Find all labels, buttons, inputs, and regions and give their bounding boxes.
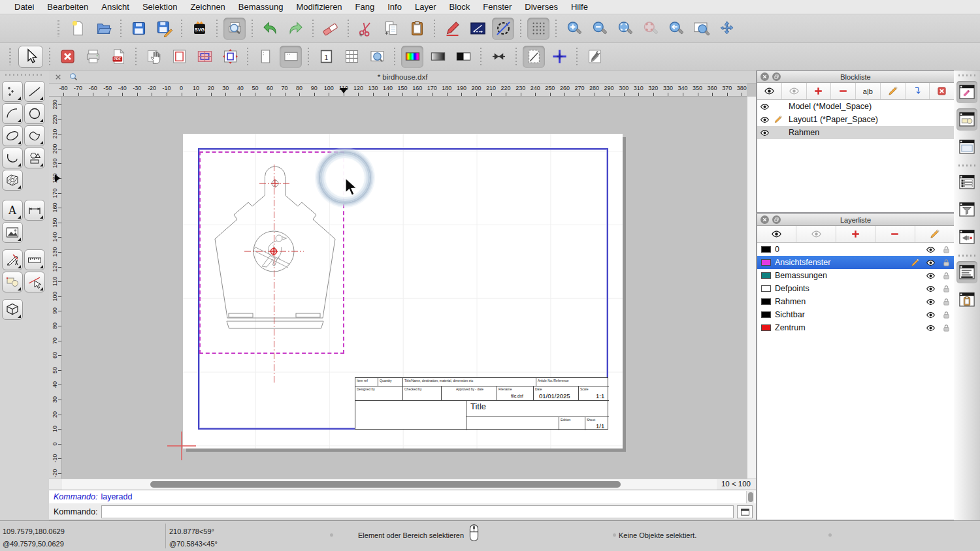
multi-page-grid-button[interactable] (340, 46, 363, 68)
dimension-tool-button[interactable] (24, 200, 45, 221)
history-scrollbar[interactable] (746, 491, 754, 503)
block-tool-button[interactable] (2, 272, 23, 292)
undo-button[interactable] (259, 18, 281, 40)
layer-row[interactable]: Zentrum (757, 321, 954, 334)
shape-tool-button[interactable] (24, 148, 45, 168)
edit-block-button[interactable] (881, 83, 906, 99)
select-tool-button[interactable] (24, 272, 45, 292)
measure-tool-button[interactable] (24, 249, 45, 270)
layer-row[interactable]: Sichtbar (757, 308, 954, 321)
rename-block-button[interactable]: a|b (856, 83, 881, 99)
layer-row[interactable]: Rahmen (757, 295, 954, 308)
block-row[interactable]: Layout1 (*Paper_Space) (757, 113, 954, 126)
block-row[interactable]: Model (*Model_Space) (757, 100, 954, 113)
arc-tool-button[interactable] (2, 103, 23, 124)
landscape-page-button[interactable] (280, 46, 302, 68)
layer-lock[interactable] (938, 258, 954, 268)
single-page-button[interactable]: 1 (315, 46, 337, 68)
menu-zeichnen[interactable]: Zeichnen (184, 0, 231, 14)
layer-lock[interactable] (938, 284, 954, 294)
spline-tool-button[interactable] (24, 125, 45, 146)
layer-row[interactable]: Defpoints (757, 282, 954, 295)
edit-layer-button[interactable] (915, 226, 954, 242)
hide-all-layers-button[interactable] (796, 226, 836, 242)
print-area-button[interactable] (193, 46, 216, 68)
print-preview-button[interactable] (223, 18, 246, 40)
fit-viewport-button[interactable] (219, 46, 241, 68)
crosshair-button[interactable] (548, 46, 570, 68)
scrollbar-thumb[interactable] (150, 481, 621, 488)
select-pointer-button[interactable] (18, 46, 43, 68)
layer-visibility[interactable] (923, 297, 938, 307)
lineweight-button[interactable] (487, 46, 510, 68)
layer-visibility[interactable] (923, 258, 938, 268)
menu-layer[interactable]: Layer (408, 0, 443, 14)
zoom-out-button[interactable] (588, 18, 610, 40)
portrait-page-button[interactable] (254, 46, 276, 68)
draft-mode-button[interactable] (523, 46, 545, 68)
command-line-panel-button[interactable] (956, 261, 977, 283)
menu-ansicht[interactable]: Ansicht (95, 0, 136, 14)
add-layer-button[interactable] (836, 226, 875, 242)
print-button[interactable] (82, 46, 104, 68)
menu-hilfe[interactable]: Hilfe (564, 0, 595, 14)
point-tool-button[interactable] (2, 81, 23, 102)
zoom-previous-button[interactable] (664, 18, 687, 40)
layer-lock[interactable] (938, 297, 954, 307)
new-file-button[interactable] (67, 18, 89, 40)
image-tool-button[interactable] (2, 222, 23, 243)
zoom-auto-button[interactable] (613, 18, 636, 40)
library-browser-panel-button[interactable] (956, 108, 977, 131)
layer-visibility[interactable] (923, 271, 938, 281)
page-borders-button[interactable] (168, 46, 190, 68)
layer-edit[interactable] (907, 258, 923, 268)
modify-tool-button[interactable] (2, 249, 23, 270)
layer-lock[interactable] (938, 271, 954, 281)
open-file-button[interactable] (92, 18, 114, 40)
filter-panel-button[interactable] (956, 198, 977, 221)
copy-button[interactable] (380, 18, 402, 40)
purge-block-button[interactable] (930, 83, 954, 99)
close-document-button[interactable] (56, 46, 78, 68)
pdf-export-button[interactable]: PDF (107, 46, 129, 68)
pan-zoom-button[interactable] (715, 18, 738, 40)
ellipse-tool-button[interactable] (2, 125, 23, 146)
polyline-tool-button[interactable] (2, 148, 23, 168)
preview-panel-button[interactable] (956, 136, 977, 158)
zoom-selection-button[interactable] (639, 18, 661, 40)
layer-row[interactable]: 0 (757, 243, 954, 256)
command-input[interactable] (101, 505, 734, 518)
add-block-button[interactable] (807, 83, 832, 99)
clipboard-panel-button[interactable] (956, 289, 977, 311)
circle-tool-button[interactable] (24, 103, 45, 124)
property-editor-panel-button[interactable] (956, 81, 977, 103)
line-tool-button[interactable] (24, 81, 45, 102)
menu-datei[interactable]: Datei (8, 0, 41, 14)
angle-reference-button[interactable] (466, 18, 489, 40)
layer-visibility[interactable] (923, 310, 938, 320)
hide-all-blocks-button[interactable] (782, 83, 807, 99)
layer-visibility[interactable] (923, 284, 938, 294)
menu-info[interactable]: Info (381, 0, 408, 14)
zoom-page-button[interactable] (366, 46, 388, 68)
menu-fenster[interactable]: Fenster (476, 0, 518, 14)
menu-modifizieren[interactable]: Modifizieren (290, 0, 349, 14)
redo-button[interactable] (284, 18, 306, 40)
layer-row[interactable]: Bemassungen (757, 269, 954, 282)
restrict-off-button[interactable] (492, 18, 514, 40)
black-white-button[interactable] (452, 46, 474, 68)
command-window-button[interactable] (737, 505, 753, 518)
block-visibility[interactable] (757, 115, 772, 125)
menu-diverses[interactable]: Diverses (518, 0, 564, 14)
layer-lock[interactable] (938, 245, 954, 255)
hatch-tool-button[interactable] (2, 170, 23, 191)
layer-lock[interactable] (938, 310, 954, 320)
block-row[interactable]: Rahmen (757, 126, 954, 139)
app-settings-button[interactable] (583, 46, 606, 68)
cut-button[interactable] (355, 18, 377, 40)
list-panel-button[interactable] (956, 171, 977, 193)
layer-visibility[interactable] (923, 323, 938, 333)
save-as-button[interactable] (153, 18, 175, 40)
text-tool-button[interactable]: A (2, 200, 23, 221)
insert-block-button[interactable] (906, 83, 930, 99)
